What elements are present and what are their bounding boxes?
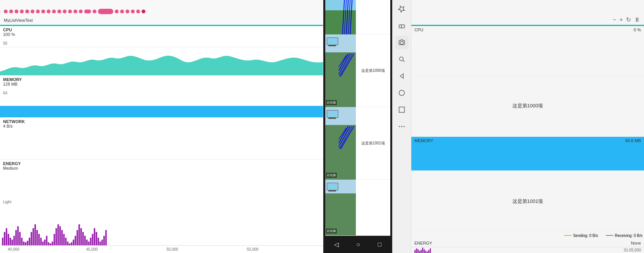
network-rate: 4 B/s [0,124,323,128]
rotate-button[interactable]: ↻ [626,16,631,23]
cpu-right-panel: CPU 0 % [411,26,644,76]
svg-point-18 [399,57,403,61]
timeline-header: MyListViewTest [0,0,323,26]
svg-point-17 [400,41,403,44]
circle-icon [398,89,406,97]
gc-dot-11 [57,10,61,13]
camera-tool-button[interactable] [395,36,409,49]
list-item-image-1002: 此电脑 [325,180,356,235]
phone-screen: 此电脑 这是第1000项 此电脑 [325,0,390,236]
svg-line-8 [339,54,348,71]
energy-bar [65,238,67,245]
square-tool-button[interactable] [395,103,409,117]
back-icon [398,72,406,80]
energy-bar [52,242,53,245]
energy-bar [48,242,49,245]
gc-dot-19 [126,10,129,13]
cpu-max: 100 % [0,32,323,37]
app-name: MyListViewTest [0,17,323,23]
svg-point-24 [401,126,402,127]
gc-dot-15 [79,10,83,13]
list-item-1002-partial: 此电脑 [325,180,390,236]
energy-bar [4,232,5,245]
energy-bar [99,242,101,245]
mini-bar [417,249,419,253]
computer-stand-1000 [328,45,336,46]
energy-bar [42,242,44,245]
search-tool-button[interactable] [395,52,409,66]
svg-point-21 [399,90,404,96]
detail-container: 这是第1000项 MEMORY 60.6 MB 这是第1001项 Sending… [411,76,644,253]
eraser-tool-button[interactable] [395,19,409,32]
svg-line-1 [344,0,346,34]
energy-section: ENERGY Medium Light [0,160,323,253]
svg-line-0 [342,0,344,34]
mini-bar [416,248,417,253]
minimize-button[interactable]: − [613,16,616,23]
gc-dot-3 [15,10,18,13]
list-item-text-1002 [356,180,390,235]
svg-line-4 [350,0,352,34]
list-item-image-1001: 此电脑 [325,107,356,180]
pin-tool-button[interactable] [395,2,409,16]
memory-right-label: MEMORY [414,138,433,143]
energy-bar [2,238,3,245]
energy-bar [90,238,91,245]
eraser-icon [398,22,406,29]
gc-dot-13 [68,10,72,13]
energy-bar [10,238,11,245]
mini-bar [425,251,426,253]
energy-bar [17,226,19,245]
energy-bar [19,232,21,245]
gc-dot-21 [136,10,140,13]
gc-dot-4 [20,10,24,13]
gc-dot-10 [52,10,56,13]
back-tool-button[interactable] [395,69,409,83]
list-item-partial [325,0,390,34]
energy-right-panel: ENERGY None [411,239,644,247]
phone-nav-bar: ◁ ○ □ [325,236,390,253]
mini-bar [422,248,423,253]
gc-dot-20 [131,10,135,13]
sending-legend-line [564,235,572,236]
energy-bar [94,228,95,245]
energy-bar [86,240,88,245]
pause-button[interactable]: ⏸ [634,16,640,23]
memory-mid-scale: 64 [3,91,7,95]
energy-bar [77,230,78,245]
gc-dot-6 [31,10,34,13]
gc-dot-xlarge [98,9,113,14]
blue-lines-1001 [339,126,356,149]
axis-label-45k: 45,000 [86,247,98,251]
add-button[interactable]: + [620,16,623,23]
image-label-1000: 此电脑 [326,100,337,105]
more-tool-button[interactable] [395,120,409,133]
list-item-text-partial [356,0,390,34]
circle-tool-button[interactable] [395,86,409,100]
energy-bar [46,236,47,245]
energy-bar [25,242,26,245]
back-button[interactable]: ◁ [334,241,339,248]
recents-button[interactable]: □ [378,241,382,248]
right-axis-label: 01:05,000 [624,248,641,252]
square-icon [398,106,406,114]
svg-line-10 [341,126,354,149]
more-icon [398,123,406,130]
dots-row [0,6,323,17]
svg-line-3 [348,0,350,34]
energy-label: ENERGY [0,160,323,166]
energy-bar [15,230,17,245]
network-label: NETWORK [0,118,323,124]
home-button[interactable]: ○ [356,241,360,248]
gc-dot-12 [63,10,67,13]
right-timeline-axis: 01:05,000 [411,247,644,253]
computer-icon-1002 [327,183,338,190]
energy-bar [67,242,68,245]
energy-bar [88,242,90,245]
toolbar [392,0,411,253]
energy-bar [13,236,15,245]
network-legend: Sending: 0 B/s Receiving: 0 B/s [411,232,644,239]
energy-bar [11,240,13,245]
inspector-panel: − + ↻ ⏸ CPU 0 % 这是第1000项 MEMORY 60.6 MB … [411,0,644,253]
energy-scale: Light [3,200,11,204]
